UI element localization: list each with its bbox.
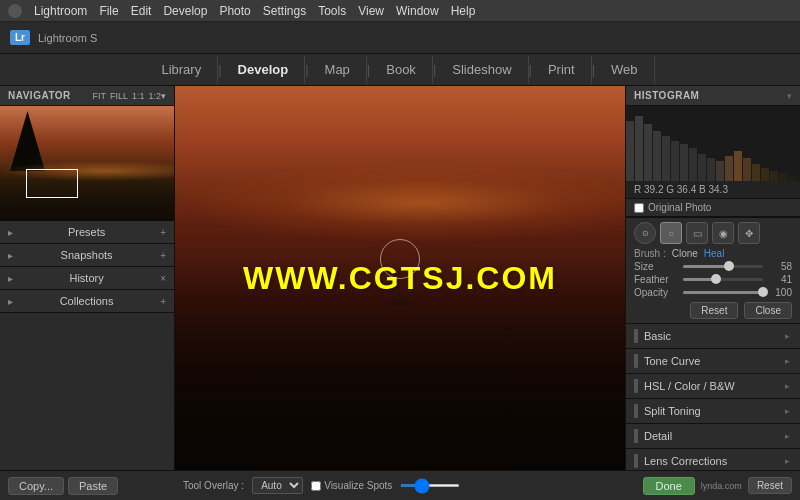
history-arrow: ▸: [8, 273, 13, 284]
presets-header[interactable]: ▸ Presets +: [0, 221, 174, 243]
zoom-1-2[interactable]: 1:2▾: [148, 91, 166, 101]
svg-rect-4: [626, 121, 634, 181]
right-panel: Histogram ▾: [625, 86, 800, 470]
collections-header[interactable]: ▸ Collections +: [0, 290, 174, 312]
svg-rect-22: [788, 176, 796, 181]
size-value: 58: [767, 261, 792, 272]
heal-button[interactable]: Heal: [704, 248, 725, 259]
size-slider-track[interactable]: [683, 265, 763, 268]
tool-overlay-label: Tool Overlay :: [183, 480, 244, 491]
tab-library[interactable]: Library: [145, 56, 218, 83]
heal-tools-section: ⊙ ○ ▭ ◉ ✥ Brush : Clone Heal Size 58: [626, 218, 800, 324]
photo-canvas[interactable]: WWW.CGTSJ.COM: [175, 86, 625, 470]
tool-icon-eye[interactable]: ◉: [712, 222, 734, 244]
lens-label: Lens Corrections: [644, 455, 727, 467]
tool-icon-rect[interactable]: ▭: [686, 222, 708, 244]
photo-background: WWW.CGTSJ.COM: [175, 86, 625, 470]
tool-icon-circle[interactable]: ○: [660, 222, 682, 244]
tool-icon-q[interactable]: ⊙: [634, 222, 656, 244]
menu-help[interactable]: Help: [451, 4, 476, 18]
navtabs: Library | Develop | Map | Book | Slidesh…: [0, 54, 800, 86]
detail-arrow: ▸: [785, 431, 790, 441]
develop-section-detail[interactable]: Detail ▸: [626, 424, 800, 449]
navigator-thumbnail[interactable]: [0, 106, 174, 221]
history-section: ▸ History ×: [0, 267, 174, 290]
feather-slider-row: Feather 41: [634, 274, 792, 285]
presets-add-icon[interactable]: +: [160, 227, 166, 238]
done-button[interactable]: Done: [643, 477, 695, 495]
tool-icons-row: ⊙ ○ ▭ ◉ ✥: [634, 222, 792, 244]
size-slider-thumb[interactable]: [724, 261, 734, 271]
collections-add-icon[interactable]: +: [160, 296, 166, 307]
left-panel: Navigator FIT FILL 1:1 1:2▾ ▸ Presets +: [0, 86, 175, 470]
svg-rect-17: [743, 158, 751, 181]
paste-button[interactable]: Paste: [68, 477, 118, 495]
menu-tools[interactable]: Tools: [318, 4, 346, 18]
develop-section-tone-curve[interactable]: Tone Curve ▸: [626, 349, 800, 374]
lynda-badge: lynda.com: [701, 481, 742, 491]
menu-file[interactable]: File: [99, 4, 118, 18]
collections-label: Collections: [60, 295, 114, 307]
presets-arrow: ▸: [8, 227, 13, 238]
opacity-slider-thumb[interactable]: [758, 287, 768, 297]
svg-rect-8: [662, 136, 670, 181]
tab-print[interactable]: Print: [532, 56, 592, 83]
hsl-label: HSL / Color / B&W: [644, 380, 735, 392]
reset-tool-button[interactable]: Reset: [690, 302, 738, 319]
tab-develop[interactable]: Develop: [222, 56, 306, 83]
tone-curve-stripe: [634, 354, 638, 368]
svg-rect-9: [671, 141, 679, 181]
zoom-1-1[interactable]: 1:1: [132, 91, 145, 101]
tab-map[interactable]: Map: [309, 56, 367, 83]
zoom-fill[interactable]: FILL: [110, 91, 128, 101]
navigator-title: Navigator: [8, 90, 71, 101]
size-slider-row: Size 58: [634, 261, 792, 272]
menu-window[interactable]: Window: [396, 4, 439, 18]
visualize-spots-checkbox[interactable]: [311, 481, 321, 491]
history-close-icon[interactable]: ×: [160, 273, 166, 284]
original-photo-checkbox[interactable]: [634, 203, 644, 213]
menu-lightroom[interactable]: Lightroom: [34, 4, 87, 18]
basic-stripe: [634, 329, 638, 343]
bottom-left: Copy... Paste: [0, 477, 175, 495]
tool-icon-hand[interactable]: ✥: [738, 222, 760, 244]
svg-rect-10: [680, 144, 688, 181]
thumb-image: [0, 106, 174, 221]
tool-overlay-select[interactable]: Auto: [252, 477, 303, 494]
tab-book[interactable]: Book: [370, 56, 433, 83]
svg-rect-5: [635, 116, 643, 181]
original-photo-checkbox-row: Original Photo: [626, 199, 800, 217]
close-tool-button[interactable]: Close: [744, 302, 792, 319]
copy-button[interactable]: Copy...: [8, 477, 64, 495]
develop-section-hsl[interactable]: HSL / Color / B&W ▸: [626, 374, 800, 399]
snapshots-header[interactable]: ▸ Snapshots +: [0, 244, 174, 266]
menu-photo[interactable]: Photo: [219, 4, 250, 18]
opacity-label: Opacity: [634, 287, 679, 298]
feather-slider-thumb[interactable]: [711, 274, 721, 284]
app-icon: [8, 4, 22, 18]
tab-slideshow[interactable]: Slideshow: [436, 56, 528, 83]
svg-rect-18: [752, 164, 760, 181]
snapshots-add-icon[interactable]: +: [160, 250, 166, 261]
menubar: Lightroom File Edit Develop Photo Settin…: [0, 0, 800, 22]
menu-develop[interactable]: Develop: [163, 4, 207, 18]
svg-rect-16: [734, 151, 742, 181]
menu-edit[interactable]: Edit: [131, 4, 152, 18]
collections-section: ▸ Collections +: [0, 290, 174, 313]
menu-settings[interactable]: Settings: [263, 4, 306, 18]
clone-button[interactable]: Clone: [672, 248, 698, 259]
original-photo-label: Original Photo: [648, 202, 711, 213]
svg-rect-1: [390, 299, 410, 307]
develop-section-basic[interactable]: Basic ▸: [626, 324, 800, 349]
lens-arrow: ▸: [785, 456, 790, 466]
reset-button[interactable]: Reset: [748, 477, 792, 494]
feather-slider-track[interactable]: [683, 278, 763, 281]
menu-view[interactable]: View: [358, 4, 384, 18]
visualize-spots-slider[interactable]: [400, 484, 460, 487]
bottom-center: Tool Overlay : Auto Visualize Spots: [175, 477, 625, 494]
tab-web[interactable]: Web: [595, 56, 655, 83]
zoom-fit[interactable]: FIT: [92, 91, 106, 101]
history-header[interactable]: ▸ History ×: [0, 267, 174, 289]
develop-section-split-toning[interactable]: Split Toning ▸: [626, 399, 800, 424]
opacity-slider-track[interactable]: [683, 291, 763, 294]
